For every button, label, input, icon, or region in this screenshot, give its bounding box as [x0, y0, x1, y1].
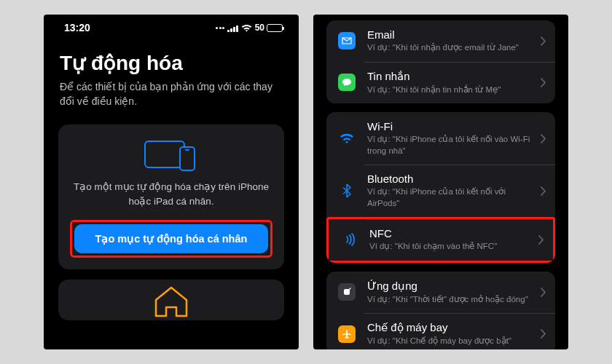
group-system: Ứng dụng Ví dụ: "Khi "Thời tiết" được mở… [326, 272, 555, 349]
personal-automation-card: Tạo một mục tự động hóa chạy trên iPhone… [58, 124, 284, 269]
row-subtitle: Ví dụ: "Khi tôi chạm vào thẻ NFC" [369, 241, 528, 253]
chevron-right-icon [541, 288, 546, 297]
row-title: Bluetooth [367, 173, 530, 185]
home-automation-card[interactable] [58, 280, 284, 320]
row-title: Ứng dụng [367, 280, 530, 293]
bluetooth-icon [337, 183, 357, 198]
devices-icon [144, 139, 198, 171]
row-title: NFC [369, 227, 528, 240]
row-title: Email [367, 28, 530, 41]
nfc-icon [339, 232, 359, 247]
chevron-right-icon [541, 186, 546, 196]
row-email[interactable]: Email Ví dụ: "Khi tôi nhận được email từ… [326, 20, 555, 62]
left-screenshot: 13:20 50 Tự động hóa Để các thiết bị của… [44, 15, 299, 349]
row-subtitle: Ví dụ: "Khi iPhone của tôi kết nối với A… [367, 186, 530, 209]
cta-label: Tạo mục tự động hóa cá nhân [95, 233, 248, 245]
row-title: Tin nhắn [367, 70, 530, 83]
chevron-right-icon [538, 235, 544, 245]
row-app[interactable]: Ứng dụng Ví dụ: "Khi "Thời tiết" được mở… [326, 272, 555, 314]
airplane-icon [337, 325, 357, 343]
card-description: Tạo một mục tự động hóa chạy trên iPhone… [70, 180, 272, 210]
chevron-right-icon [541, 78, 546, 87]
row-airplane-mode[interactable]: Chế độ máy bay Ví dụ: "Khi Chế độ máy ba… [326, 313, 555, 349]
page-subtitle: Để các thiết bị của bạn phản ứng với các… [60, 80, 283, 108]
row-subtitle: Ví dụ: "Khi tôi nhận tin nhắn từ Mẹ" [367, 84, 530, 96]
row-subtitle: Ví dụ: "Khi tôi nhận được email từ Jane" [367, 42, 530, 54]
battery-indicator: 50 [255, 23, 283, 33]
chevron-right-icon [541, 134, 546, 143]
row-subtitle: Ví dụ: "Khi Chế độ máy bay được bật" [367, 336, 530, 347]
row-title: Chế độ máy bay [367, 321, 530, 334]
messages-icon [337, 74, 357, 91]
home-icon [153, 285, 189, 317]
row-subtitle: Ví dụ: "Khi "Thời tiết" được mở hoặc đón… [367, 294, 530, 306]
extra-dots-icon [216, 27, 224, 29]
group-communication: Email Ví dụ: "Khi tôi nhận được email từ… [326, 20, 555, 103]
status-bar: 13:20 50 [44, 15, 299, 35]
wifi-status-icon [241, 24, 252, 32]
cellular-icon [227, 24, 238, 32]
status-time: 13:20 [64, 22, 90, 33]
right-screenshot: Email Ví dụ: "Khi tôi nhận được email từ… [313, 15, 568, 349]
status-right: 50 [216, 23, 283, 33]
row-bluetooth[interactable]: Bluetooth Ví dụ: "Khi iPhone của tôi kết… [326, 165, 555, 217]
email-icon [337, 32, 357, 50]
row-title: Wi-Fi [367, 120, 530, 132]
create-personal-automation-button[interactable]: Tạo mục tự động hóa cá nhân [74, 224, 268, 253]
battery-percent: 50 [255, 23, 264, 33]
highlight-marker: Tạo mục tự động hóa cá nhân [70, 220, 272, 258]
hero: Tự động hóa Để các thiết bị của bạn phản… [44, 35, 299, 108]
row-subtitle: Ví dụ: "Khi iPhone của tôi kết nối vào W… [367, 134, 530, 157]
row-nfc[interactable]: NFC Ví dụ: "Khi tôi chạm vào thẻ NFC" [326, 217, 555, 263]
chevron-right-icon [541, 36, 546, 46]
row-messages[interactable]: Tin nhắn Ví dụ: "Khi tôi nhận tin nhắn t… [326, 62, 555, 104]
row-wifi[interactable]: Wi-Fi Ví dụ: "Khi iPhone của tôi kết nối… [326, 112, 555, 165]
chevron-right-icon [541, 329, 546, 339]
wifi-icon [337, 132, 357, 144]
app-icon [337, 283, 357, 301]
group-connectivity: Wi-Fi Ví dụ: "Khi iPhone của tôi kết nối… [326, 112, 555, 263]
page-title: Tự động hóa [60, 51, 283, 75]
